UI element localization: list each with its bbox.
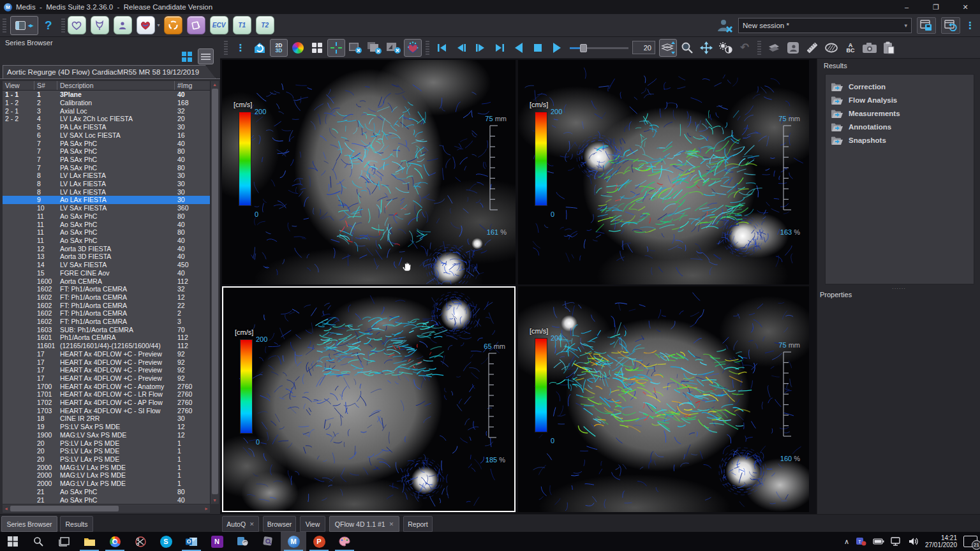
series-row[interactable]: 8 LV LAx FIESTA 30 bbox=[3, 172, 210, 180]
series-table-header[interactable]: View S# Description #Img bbox=[3, 81, 210, 91]
list-view-button[interactable] bbox=[198, 48, 214, 64]
series-row[interactable]: 1702 HEART Ax 4DFLOW +C - AP Flow 2760 bbox=[3, 399, 210, 407]
tab[interactable]: AutoQ✕ bbox=[222, 516, 259, 532]
series-row[interactable]: 1602 FT: Ph1/Aorta CEMRA 32 bbox=[3, 285, 210, 293]
start-button[interactable] bbox=[0, 532, 26, 551]
cine-speed-value[interactable]: 20 bbox=[632, 41, 655, 54]
reset-view-button[interactable] bbox=[251, 39, 269, 57]
tray-expand-icon[interactable]: ∧ bbox=[844, 538, 849, 546]
mr-flow-viewport[interactable]: [cm/s] 200 0 75 mm 161 % bbox=[222, 60, 516, 284]
series-row[interactable]: 2 - 1 3 Axial Loc 32 bbox=[3, 107, 210, 115]
results-folder-item[interactable]: Annotations bbox=[831, 120, 974, 133]
series-row[interactable]: 7 PA SAx PhC 40 bbox=[3, 156, 210, 164]
qangio-app-icon[interactable] bbox=[187, 16, 205, 34]
series-row[interactable]: 17 HEART Ax 4DFLOW +C - Preview 92 bbox=[3, 374, 210, 383]
series-row[interactable]: 2000 MAG:LV LAx PS MDE 1 bbox=[3, 471, 210, 480]
onenote-button[interactable]: N bbox=[204, 532, 230, 551]
series-row[interactable]: 1700 HEART Ax 4DFLOW +C - Anatomy 2760 bbox=[3, 382, 210, 390]
chrome-button[interactable] bbox=[102, 532, 128, 551]
t2-app-icon[interactable]: T2 bbox=[256, 16, 274, 34]
series-row[interactable]: 1601 Ph1/Aorta CEMRA 112 bbox=[3, 334, 210, 342]
series-row[interactable]: 17 HEART Ax 4DFLOW +C - Preview 92 bbox=[3, 366, 210, 374]
play-reverse-button[interactable] bbox=[510, 39, 528, 57]
series-row[interactable]: 13 Aorta 3D FIESTA 40 bbox=[3, 253, 210, 261]
tab[interactable]: Browser bbox=[263, 516, 296, 532]
scroll-right-icon[interactable]: ► bbox=[204, 506, 209, 511]
close-button[interactable]: ✕ bbox=[951, 0, 980, 14]
series-row[interactable]: 1 - 2 2 Calibration 168 bbox=[3, 99, 210, 107]
series-row[interactable]: 20 PS:LV LAx PS MDE 1 bbox=[3, 439, 210, 447]
save-session-button[interactable] bbox=[917, 17, 936, 34]
results-folder-item[interactable]: Measurements bbox=[831, 107, 974, 120]
series-row[interactable]: 1 - 1 1 3Plane 40 bbox=[3, 91, 210, 99]
series-row[interactable]: 2000 MAG:LV LAx PS MDE 1 bbox=[3, 480, 210, 488]
window-level-button[interactable] bbox=[716, 39, 734, 57]
series-row[interactable]: 1703 HEART Ax 4DFLOW +C - SI Flow 2760 bbox=[3, 406, 210, 415]
close-tab-icon[interactable]: ✕ bbox=[249, 521, 255, 527]
slider-thumb[interactable] bbox=[580, 44, 587, 52]
series-row[interactable]: 1900 MAG:LV SAx PS MDE 12 bbox=[3, 431, 210, 439]
series-row[interactable]: 1602 FT: Ph1/Aorta CEMRA 3 bbox=[3, 318, 210, 326]
zoom-tool-button[interactable] bbox=[678, 39, 696, 57]
hide-flow-overlay-button[interactable] bbox=[385, 39, 403, 57]
series-row[interactable]: 7 PA SAx PhC 80 bbox=[3, 147, 210, 156]
scroll-down-icon[interactable]: ▼ bbox=[212, 498, 217, 503]
scrollbar-thumb[interactable] bbox=[212, 89, 218, 494]
series-row[interactable]: 11 Ao SAx PhC 40 bbox=[3, 220, 210, 228]
series-row[interactable]: 11 Ao SAx PhC 40 bbox=[3, 237, 210, 245]
overflow-menu-icon[interactable]: ⋮ bbox=[965, 22, 975, 29]
session-combobox[interactable]: New session * ▾ bbox=[738, 18, 912, 33]
series-row[interactable]: 1701 HEART Ax 4DFLOW +C - LR Flow 2760 bbox=[3, 390, 210, 399]
series-row[interactable]: 6 LV SAX Loc FIESTA 16 bbox=[3, 131, 210, 140]
horizontal-scrollbar[interactable]: ◄ ► bbox=[3, 504, 210, 513]
task-view-button[interactable] bbox=[51, 532, 77, 551]
series-row[interactable]: 15 FGRE CINE Aov 40 bbox=[3, 268, 210, 277]
series-browser-toggle-button[interactable]: ◂▸ bbox=[10, 16, 38, 35]
qflow-app-icon[interactable] bbox=[91, 16, 109, 34]
toolbar-grip[interactable] bbox=[224, 41, 228, 55]
series-row[interactable]: 11 Ao SAx PhC 80 bbox=[3, 212, 210, 221]
qmass-app-icon[interactable] bbox=[68, 16, 86, 34]
series-row[interactable]: 1600 Aorta CEMRA 112 bbox=[3, 277, 210, 285]
help-icon[interactable]: ? bbox=[45, 18, 52, 33]
toolbar-grip[interactable] bbox=[61, 18, 65, 33]
series-row[interactable]: 14 LV SAx FIESTA 450 bbox=[3, 261, 210, 269]
reset-layout-button[interactable] bbox=[941, 17, 960, 34]
scrollbar-thumb[interactable] bbox=[10, 506, 119, 511]
vertical-scrollbar[interactable]: ▲ ▼ bbox=[210, 81, 219, 504]
scroll-left-icon[interactable]: ◄ bbox=[4, 506, 8, 511]
results-folder-item[interactable]: Flow Analysis bbox=[831, 93, 974, 107]
series-row[interactable]: 19 PS:LV SAx PS MDE 12 bbox=[3, 423, 210, 431]
qstrain-app-icon[interactable] bbox=[114, 16, 132, 34]
tab[interactable]: Series Browser bbox=[1, 516, 57, 532]
series-row[interactable]: 17 HEART Ax 4DFLOW +C - Preview 92 bbox=[3, 350, 210, 358]
maximize-button[interactable]: ❐ bbox=[921, 0, 951, 14]
3dview-app-icon[interactable] bbox=[164, 16, 182, 34]
flow-visualization-button[interactable] bbox=[404, 39, 422, 57]
sql-browser-button[interactable] bbox=[255, 532, 281, 551]
mr-flow-viewport[interactable]: [cm/s] 200 0 75 mm 163 % bbox=[518, 60, 809, 284]
hide-phase-overlay-button[interactable] bbox=[366, 39, 383, 57]
crosshair-button[interactable] bbox=[327, 39, 345, 57]
network-tray-icon[interactable] bbox=[891, 537, 902, 546]
mr-flow-viewport[interactable]: [cm/s] 200 0 75 mm 160 % bbox=[518, 286, 809, 512]
results-folder-item[interactable]: Correction bbox=[831, 80, 974, 93]
tab[interactable]: Results bbox=[60, 516, 93, 532]
action-center-icon[interactable]: 21 bbox=[963, 536, 977, 547]
cine-speed-slider[interactable] bbox=[570, 41, 628, 54]
volume-tray-icon[interactable] bbox=[909, 537, 919, 546]
series-row[interactable]: 11601 (12165/1601/44)-(12165/1600/44) 11… bbox=[3, 342, 210, 350]
text-annotation-button[interactable]: ABC bbox=[842, 39, 859, 57]
series-row[interactable]: 2000 MAG:LV LAx PS MDE 1 bbox=[3, 463, 210, 471]
series-row[interactable]: 1602 FT: Ph1/Aorta CEMRA 22 bbox=[3, 301, 210, 309]
remote-desktop-button[interactable] bbox=[230, 532, 255, 551]
close-tab-icon[interactable]: ✕ bbox=[389, 521, 394, 527]
ecv-app-icon[interactable]: ECV bbox=[210, 16, 228, 34]
tab[interactable]: Report bbox=[403, 516, 433, 532]
step-back-button[interactable] bbox=[452, 39, 470, 57]
tab[interactable]: View bbox=[300, 516, 325, 532]
2d-3d-toggle-button[interactable]: 2D3D bbox=[270, 39, 288, 57]
toolbar-grip[interactable] bbox=[757, 41, 761, 55]
goto-last-frame-button[interactable] bbox=[491, 39, 509, 57]
scroll-up-icon[interactable]: ▲ bbox=[212, 82, 217, 87]
